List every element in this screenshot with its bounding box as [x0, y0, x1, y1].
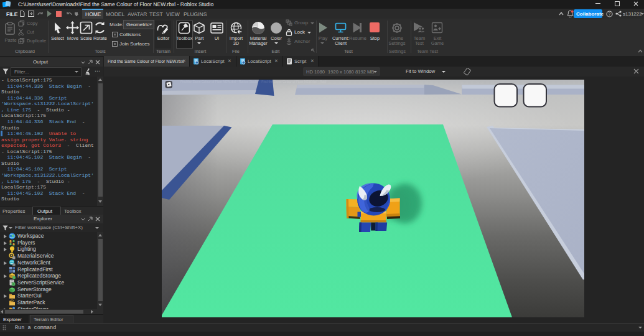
svg-text:Find the Same Colour of Floor: Find the Same Colour of Floor NEW.rbxl -…	[180, 80, 326, 83]
svg-text:?: ?	[609, 12, 611, 16]
